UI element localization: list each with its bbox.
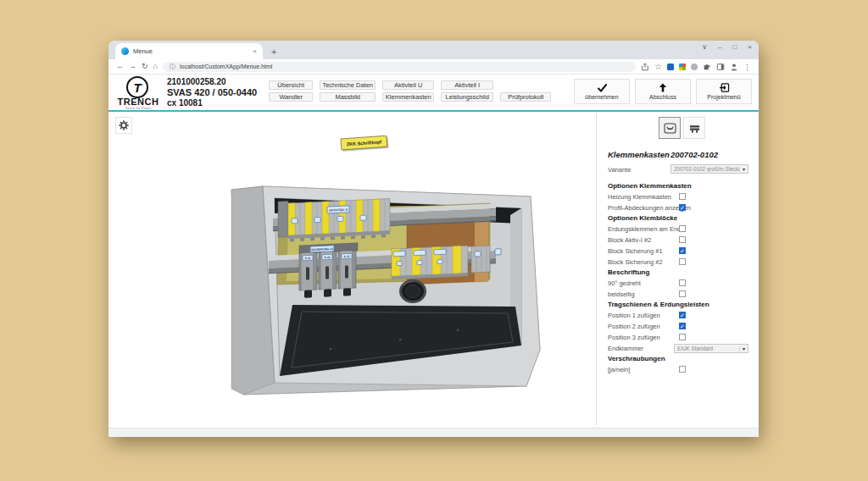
enclosure-view-button[interactable] [659, 117, 681, 139]
option-row-position-1-zufügen: Position 1 zufügen✓ [608, 310, 758, 321]
option-label: Position 3 zufügen [608, 334, 660, 341]
action-label: Abschluss [649, 94, 676, 100]
bookmark-star-icon[interactable]: ☆ [654, 63, 662, 71]
settings-button[interactable] [115, 117, 132, 134]
action-label: Projektmenü [707, 94, 740, 100]
section-header-optionen-klemblöcke: Optionen Klemblöcke [608, 213, 758, 224]
option-label: Position 2 zufügen [608, 323, 660, 330]
nav-button-übersicht[interactable]: Übersicht [269, 80, 313, 90]
window-chevron-icon[interactable]: ∨ [702, 43, 707, 51]
product-info: 2101000258.20 SVAS 420 / 050-0440 cx 100… [167, 75, 257, 110]
option-row-block-sicherung-#2: Block Sicherung #2 [608, 257, 758, 268]
browser-menu-icon[interactable]: ⋮ [743, 63, 751, 71]
nav-button-prüfprotokoll[interactable]: Prüfprotokoll [500, 92, 551, 102]
checkbox-position-2-zufügen[interactable]: ✓ [679, 323, 686, 329]
abschluss-button[interactable]: Abschluss [635, 79, 691, 104]
back-icon[interactable]: ← [116, 63, 124, 70]
cable-grommet [401, 281, 426, 302]
option-row-erdungsklemmen-am-ende: Erdungsklemmen am Ende [608, 224, 758, 235]
dropdown-endklammer[interactable]: E/UK Standard▾ [674, 344, 748, 353]
profile-avatar-icon[interactable] [730, 63, 738, 71]
checkbox-block-sicherung-#2[interactable] [679, 258, 686, 265]
fuse-label: S #2 [325, 256, 331, 259]
checkbox-beidseitig[interactable] [679, 290, 686, 297]
uebernehmen-button[interactable]: übernehmen [574, 79, 630, 104]
address-bar[interactable]: ⓘ localhost/CustomXApp/Menue.html [163, 62, 636, 72]
options-sidebar: Klemmenkasten 200702-0102 Variante 20070… [597, 113, 758, 427]
checkbox-position-1-zufügen[interactable]: ✓ [679, 312, 686, 318]
option-row-endklammer: EndklammerE/UK Standard▾ [608, 343, 758, 354]
option-label: Block Aktiv-I #2 [608, 236, 651, 244]
3d-viewport[interactable]: AKTIVTEIL U [203, 135, 559, 398]
terminal-view-button[interactable] [683, 117, 705, 139]
action-buttons: übernehmen Abschluss Projektmenü [574, 75, 759, 110]
option-label: Erdungsklemmen am Ende [608, 225, 684, 233]
terminal-block-row-top: AKTIVTEIL U [278, 196, 390, 242]
checkbox-profil-abdeckungen-anzeigen[interactable]: ✓ [679, 204, 686, 211]
window-close-icon[interactable]: × [748, 43, 752, 51]
app-header: T TRENCH Sense the Power 2101000258.20 S… [108, 75, 759, 110]
nav-button-aktivteil-i[interactable]: Aktivteil I [441, 80, 493, 90]
sticker-label[interactable]: ZKK Schriftkopf [341, 135, 388, 152]
section-header-beschriftung: Beschriftung [608, 268, 758, 278]
variante-label: Variante [608, 166, 631, 174]
home-icon[interactable]: ⌂ [153, 63, 158, 70]
project-exit-icon [719, 83, 730, 92]
nav-button-leistungsschild[interactable]: Leistungsschild [441, 92, 493, 102]
check-icon [597, 83, 608, 92]
dropdown-value: E/UK Standard [677, 346, 739, 351]
variante-row: Variante 200702-0102 groß/m.Steck/1xIP54… [608, 164, 758, 175]
browser-toolbar: ← → ↻ ⌂ ⓘ localhost/CustomXApp/Menue.htm… [108, 59, 759, 75]
option-label: 90° gedreht [608, 279, 641, 287]
projektmenu-button[interactable]: Projektmenü [696, 79, 752, 104]
nav-button-massbild[interactable]: Massbild [320, 92, 376, 102]
option-label: [ja/nein] [608, 366, 630, 373]
nav-button-aktivteil-u[interactable]: Aktivteil U [382, 80, 434, 90]
url-text: localhost/CustomXApp/Menue.html [180, 64, 272, 69]
checkbox-position-3-zufügen[interactable] [679, 334, 686, 340]
desktop: Menue × + ∨ – □ × ← → ↻ ⌂ ⓘ localhost/Cu… [0, 0, 868, 481]
option-label: Block Sicherung #1 [608, 247, 663, 255]
option-row-beidseitig: beidseitig [608, 289, 758, 300]
reload-icon[interactable]: ↻ [142, 63, 148, 70]
section-header-verschraubungen: Verschraubungen [608, 354, 758, 364]
extension-circle-icon[interactable] [691, 64, 698, 70]
extensions-puzzle-icon[interactable] [703, 63, 711, 71]
share-icon[interactable] [641, 63, 649, 71]
option-label: Block Sicherung #2 [608, 258, 663, 266]
forward-icon[interactable]: → [129, 63, 136, 70]
checkbox-ja-nein[interactable] [679, 366, 686, 373]
window-maximize-icon[interactable]: □ [732, 43, 737, 51]
option-row-position-2-zufügen: Position 2 zufügen✓ [608, 321, 758, 332]
new-tab-button[interactable]: + [271, 47, 276, 59]
checkbox-erdungsklemmen-am-ende[interactable] [679, 225, 686, 232]
action-label: übernehmen [585, 94, 618, 100]
nav-button-klemmenkasten[interactable]: Klemmenkasten [382, 92, 434, 102]
section-header-optionen-klemmenkasten: Optionen Klemmenkasten [608, 181, 758, 191]
option-label: beidseitig [608, 290, 635, 298]
option-row-profil-abdeckungen-anzeigen: Profil-Abdeckungen anzeigen✓ [608, 202, 758, 213]
option-label: Endklammer [608, 345, 643, 352]
option-row-90-gedreht: 90° gedreht [608, 278, 758, 289]
horizontal-scrollbar[interactable] [108, 428, 759, 437]
nav-button-technische-daten[interactable]: Technische Daten [320, 80, 376, 90]
windows-extension-icon[interactable] [679, 64, 686, 70]
checkbox-block-aktiv-i-#2[interactable] [679, 236, 686, 243]
tab-title: Menue [133, 47, 248, 55]
checkbox-block-sicherung-#1[interactable]: ✓ [679, 247, 686, 254]
window-minimize-icon[interactable]: – [718, 43, 721, 51]
enclosure-view-icon [664, 123, 676, 134]
gear-icon [119, 120, 129, 130]
terminal-blocks-icon [688, 123, 701, 134]
nav-button-wandler[interactable]: Wandler [269, 92, 313, 102]
extension-badge-icon[interactable] [667, 64, 674, 70]
sidebar-panel-icon[interactable] [716, 63, 725, 71]
checkbox-heizung-klemmkasten[interactable] [679, 193, 686, 200]
sidebar-options: Optionen KlemmenkastenHeizung Klemmkaste… [608, 181, 758, 375]
browser-tab[interactable]: Menue × [115, 43, 263, 59]
site-info-icon[interactable]: ⓘ [170, 63, 175, 71]
checkbox-90-gedreht[interactable] [679, 279, 686, 286]
variante-dropdown[interactable]: 200702-0102 groß/m.Steck/1xIP54 ▾ [670, 164, 748, 174]
sidebar-code: 200702-0102 [670, 150, 718, 159]
tab-close-icon[interactable]: × [253, 47, 257, 55]
